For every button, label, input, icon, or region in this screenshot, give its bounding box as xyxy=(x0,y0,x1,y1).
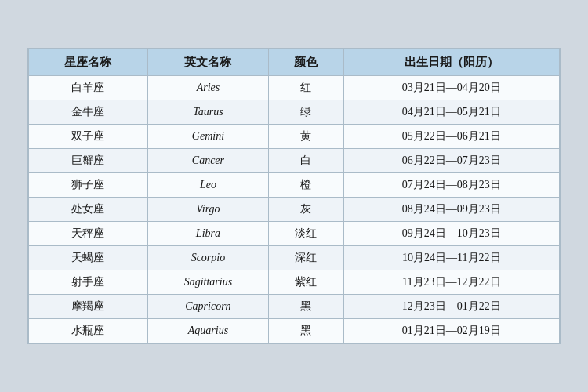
cell-chinese-name: 狮子座 xyxy=(29,173,148,198)
cell-dates: 05月22日—06月21日 xyxy=(343,125,559,149)
cell-chinese-name: 双子座 xyxy=(29,125,148,149)
cell-english-name: Capricorn xyxy=(147,295,268,319)
header-dates: 出生日期（阳历） xyxy=(343,49,559,76)
cell-color: 白 xyxy=(269,149,344,173)
cell-chinese-name: 天蝎座 xyxy=(29,246,148,270)
cell-color: 黄 xyxy=(269,125,344,149)
cell-english-name: Aquarius xyxy=(147,319,268,343)
cell-dates: 12月23日—01月22日 xyxy=(343,295,559,319)
cell-chinese-name: 射手座 xyxy=(29,270,148,295)
table-row: 射手座Sagittarius紫红11月23日—12月22日 xyxy=(29,270,560,295)
cell-english-name: Scorpio xyxy=(147,246,268,270)
cell-chinese-name: 天秤座 xyxy=(29,222,148,246)
cell-english-name: Aries xyxy=(147,76,268,100)
cell-dates: 07月24日—08月23日 xyxy=(343,173,559,198)
header-english-name: 英文名称 xyxy=(147,49,268,76)
cell-chinese-name: 白羊座 xyxy=(29,76,148,100)
cell-chinese-name: 摩羯座 xyxy=(29,295,148,319)
cell-dates: 09月24日—10月23日 xyxy=(343,222,559,246)
cell-color: 绿 xyxy=(269,100,344,125)
cell-dates: 10月24日—11月22日 xyxy=(343,246,559,270)
cell-english-name: Libra xyxy=(147,222,268,246)
table-row: 摩羯座Capricorn黑12月23日—01月22日 xyxy=(29,295,560,319)
cell-dates: 08月24日—09月23日 xyxy=(343,198,559,222)
zodiac-table: 星座名称 英文名称 颜色 出生日期（阳历） 白羊座Aries红03月21日—04… xyxy=(28,49,560,343)
table-body: 白羊座Aries红03月21日—04月20日金牛座Taurus绿04月21日—0… xyxy=(29,76,560,343)
cell-english-name: Sagittarius xyxy=(147,270,268,295)
cell-dates: 11月23日—12月22日 xyxy=(343,270,559,295)
cell-color: 红 xyxy=(269,76,344,100)
cell-english-name: Leo xyxy=(147,173,268,198)
table-row: 狮子座Leo橙07月24日—08月23日 xyxy=(29,173,560,198)
table-row: 双子座Gemini黄05月22日—06月21日 xyxy=(29,125,560,149)
cell-color: 淡红 xyxy=(269,222,344,246)
header-color: 颜色 xyxy=(269,49,344,76)
cell-dates: 06月22日—07月23日 xyxy=(343,149,559,173)
cell-color: 灰 xyxy=(269,198,344,222)
zodiac-table-container: 星座名称 英文名称 颜色 出生日期（阳历） 白羊座Aries红03月21日—04… xyxy=(27,48,561,344)
cell-chinese-name: 水瓶座 xyxy=(29,319,148,343)
table-row: 巨蟹座Cancer白06月22日—07月23日 xyxy=(29,149,560,173)
table-row: 水瓶座Aquarius黑01月21日—02月19日 xyxy=(29,319,560,343)
cell-dates: 03月21日—04月20日 xyxy=(343,76,559,100)
table-row: 天蝎座Scorpio深红10月24日—11月22日 xyxy=(29,246,560,270)
cell-color: 紫红 xyxy=(269,270,344,295)
cell-dates: 01月21日—02月19日 xyxy=(343,319,559,343)
cell-english-name: Cancer xyxy=(147,149,268,173)
cell-color: 深红 xyxy=(269,246,344,270)
cell-english-name: Virgo xyxy=(147,198,268,222)
cell-color: 橙 xyxy=(269,173,344,198)
cell-color: 黑 xyxy=(269,319,344,343)
cell-chinese-name: 巨蟹座 xyxy=(29,149,148,173)
table-row: 金牛座Taurus绿04月21日—05月21日 xyxy=(29,100,560,125)
table-row: 白羊座Aries红03月21日—04月20日 xyxy=(29,76,560,100)
cell-color: 黑 xyxy=(269,295,344,319)
cell-english-name: Gemini xyxy=(147,125,268,149)
cell-english-name: Taurus xyxy=(147,100,268,125)
table-row: 处女座Virgo灰08月24日—09月23日 xyxy=(29,198,560,222)
header-chinese-name: 星座名称 xyxy=(29,49,148,76)
cell-chinese-name: 金牛座 xyxy=(29,100,148,125)
cell-dates: 04月21日—05月21日 xyxy=(343,100,559,125)
table-row: 天秤座Libra淡红09月24日—10月23日 xyxy=(29,222,560,246)
cell-chinese-name: 处女座 xyxy=(29,198,148,222)
table-header-row: 星座名称 英文名称 颜色 出生日期（阳历） xyxy=(29,49,560,76)
